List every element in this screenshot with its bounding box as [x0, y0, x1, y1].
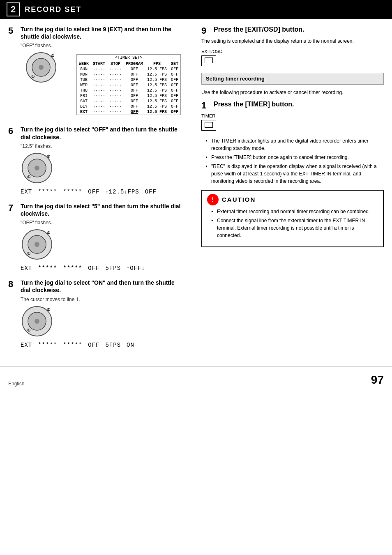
caution-bullet-2: Connect the signal line from the externa… [211, 217, 378, 239]
exit-osd-illustration: EXIT/OSD [201, 49, 384, 67]
step-9-desc: The setting is completed and the display… [201, 38, 384, 45]
left-column: 5 Turn the jog dial to select line 9 (EX… [0, 19, 193, 362]
timer-button-box [201, 120, 216, 131]
timer-set-table: <TIMER SET> WEEK START STOP PROGRAM FPS … [76, 54, 181, 115]
timer-step-1-number: 1 [201, 100, 210, 111]
table-row: FRI··········OFF12.5 FPSOFF [77, 93, 180, 99]
timer-bullets: The TIMER indicator lights up and the di… [201, 137, 384, 185]
bullet-3: "REC" is displayed in the operation disp… [205, 163, 384, 185]
svg-point-2 [39, 65, 44, 70]
step-5-title: Turn the jog dial to select line 9 (EXT)… [21, 25, 184, 40]
display-start-6: ***** [38, 189, 57, 195]
table-header-program: PROGRAM [124, 61, 145, 67]
display-line-6: EXT ***** ***** OFF ↑12.5↓FPS OFF [21, 189, 184, 195]
table-row: MON··········OFF12.5 FPSOFF [77, 72, 180, 77]
display-stop-8: ***** [63, 342, 82, 348]
table-row: THU··········OFF12.5 FPSOFF [77, 88, 180, 93]
svg-point-12 [35, 242, 39, 247]
step-8-subtext: The cursor moves to line 1. [21, 297, 184, 302]
dial-illustration-5: ② ① [25, 51, 58, 84]
svg-text:②: ② [47, 154, 50, 159]
timer-step-1: 1 Press the [TIMER] button. TIMER [201, 100, 384, 131]
step-5-number: 5 [8, 25, 17, 40]
svg-point-17 [35, 319, 39, 324]
step-9-number: 9 [201, 25, 210, 36]
timer-button-illustration: TIMER [201, 113, 384, 131]
step-7-subtext: "OFF" flashes. [21, 220, 184, 226]
display-start-8: ***** [38, 342, 57, 348]
caution-title: CAUTION [222, 196, 256, 203]
caution-bullet-1: External timer recording and normal time… [211, 208, 378, 215]
step-8-heading: 8 Turn the jog dial to select "ON" and t… [8, 279, 184, 294]
language-label: English [8, 381, 24, 387]
table-header-start: START [91, 61, 107, 67]
table-header-week: WEEK [77, 61, 91, 67]
svg-text:①: ① [27, 251, 30, 256]
setting-timer-box: Setting timer recording [201, 73, 384, 85]
display-on-8: ON [127, 342, 134, 348]
setting-timer-heading: Setting timer recording [206, 76, 265, 82]
display-ext-7: EXT [21, 265, 32, 272]
step-7-heading: 7 Turn the jog dial to select "5" and th… [8, 203, 184, 217]
table-row: WED··········OFF12.5 FPSOFF [77, 83, 180, 88]
step-6-number: 6 [8, 126, 17, 140]
timer-step-1-title: Press the [TIMER] button. [214, 100, 294, 111]
caution-icon: ! [207, 194, 219, 205]
display-ext-8: EXT [21, 342, 32, 348]
content-area: 5 Turn the jog dial to select line 9 (EX… [0, 19, 392, 362]
svg-text:②: ② [47, 308, 50, 312]
table-row: SUN··········OFF12.5 FPSOFF [77, 67, 180, 72]
exit-osd-button-box [201, 55, 216, 66]
display-fps-8: 5FPS [105, 342, 121, 348]
svg-text:②: ② [47, 231, 50, 235]
step-6-heading: 6 Turn the jog dial to select "OFF" and … [8, 126, 184, 140]
caution-box: ! CAUTION External timer recording and n… [201, 190, 384, 247]
display-stop-7: ***** [63, 265, 82, 272]
page-header: 2 RECORD SET [0, 0, 392, 19]
chapter-title: RECORD SET [25, 5, 81, 14]
svg-text:①: ① [27, 328, 30, 332]
step-8-title: Turn the jog dial to select "ON" and the… [21, 279, 184, 294]
table-row: TUE··········OFF12.5 FPSOFF [77, 77, 180, 83]
display-line-8: EXT ***** ***** OFF 5FPS ON [21, 342, 184, 348]
table-row-ext: EXT··········→OFF←12.5 FPSOFF [77, 109, 180, 115]
timer-table-title: <TIMER SET> [77, 55, 180, 61]
step-9: 9 Press the [EXIT/OSD] button. The setti… [201, 25, 384, 67]
table-row: DLY··········OFF12.5 FPSOFF [77, 104, 180, 109]
step-7: 7 Turn the jog dial to select "5" and th… [8, 203, 184, 272]
step-9-title: Press the [EXIT/OSD] button. [214, 25, 304, 36]
page-footer: English 97 [0, 366, 392, 391]
caution-header: ! CAUTION [207, 194, 378, 205]
display-ext-6: EXT [21, 189, 32, 195]
svg-text:①: ① [27, 175, 30, 179]
table-header-fps: FPS [145, 61, 169, 67]
table-header-stop: STOP [107, 61, 124, 67]
svg-text:①: ① [31, 74, 35, 78]
chapter-number: 2 [7, 2, 20, 16]
timer-button-label: TIMER [201, 113, 384, 118]
display-set-6: OFF [145, 189, 157, 195]
bullet-1: The TIMER indicator lights up and the di… [205, 137, 384, 152]
display-fps-7: 5FPS [105, 265, 121, 272]
table-header-set: SET [169, 61, 180, 67]
right-column: 9 Press the [EXIT/OSD] button. The setti… [193, 19, 392, 362]
dial-illustration-6: ② ① [21, 152, 184, 184]
step-7-title: Turn the jog dial to select "5" and then… [21, 203, 184, 217]
display-line-7: EXT ***** ***** OFF 5FPS ↑OFF↓ [21, 265, 184, 272]
step-6: 6 Turn the jog dial to select "OFF" and … [8, 126, 184, 195]
display-off-6: OFF [88, 189, 99, 195]
bullet-2: Press the [TIMER] button once again to c… [205, 154, 384, 161]
display-stop-6: ***** [63, 189, 82, 195]
step-8-number: 8 [8, 279, 17, 294]
display-off-8: OFF [88, 342, 99, 348]
page-number: 97 [371, 373, 384, 387]
dial-illustration-8: ② ① [21, 305, 184, 338]
timer-step-1-heading: 1 Press the [TIMER] button. [201, 100, 384, 111]
dial-illustration-7: ② ① [21, 228, 184, 261]
display-off-7: OFF [88, 265, 99, 272]
display-set-7: ↑OFF↓ [127, 265, 145, 272]
table-row: SAT··········OFF12.5 FPSOFF [77, 99, 180, 104]
display-fps-6: ↑12.5↓FPS [105, 189, 139, 195]
caution-bullets: External timer recording and normal time… [207, 208, 378, 239]
svg-text:②: ② [51, 54, 54, 58]
